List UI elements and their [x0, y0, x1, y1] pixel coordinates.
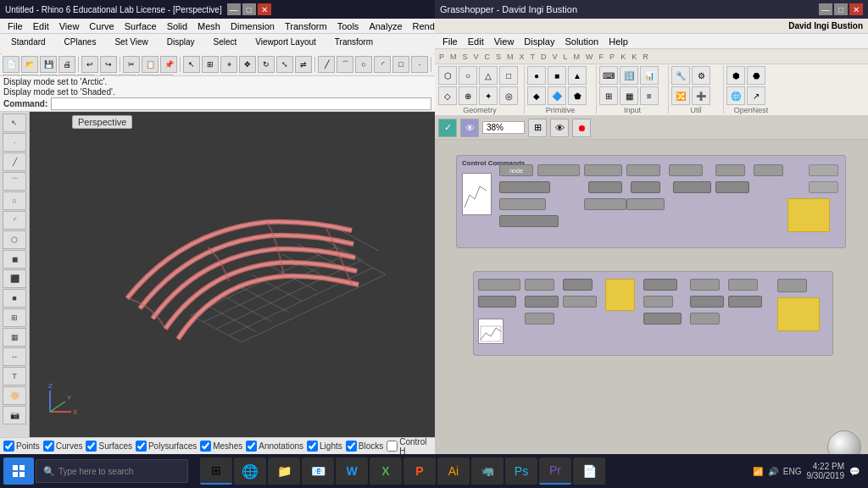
gh-btn-util3[interactable]: 🔀 [671, 86, 690, 105]
gh-zoom-input[interactable]: 38% [482, 121, 525, 134]
gh-btn-geo8[interactable]: ◎ [499, 86, 518, 105]
tb-window-select[interactable]: ⊞ [202, 56, 219, 73]
left-btn-poly[interactable]: ⬡ [3, 230, 26, 249]
gh-btn-inp5[interactable]: ▦ [620, 86, 638, 105]
viewport-perspective-label[interactable]: Perspective [72, 115, 132, 129]
tb-point[interactable]: · [411, 56, 428, 73]
taskbar-word[interactable]: W [336, 458, 368, 485]
gh-node1[interactable]: node [499, 164, 533, 176]
gh-btn-geo7[interactable]: ✦ [479, 86, 498, 105]
toolbar-tab-standard[interactable]: Standard [3, 36, 53, 48]
gh-btn-geo1[interactable]: ⬡ [438, 66, 457, 85]
gh-b-node11[interactable] [690, 279, 720, 291]
gh-chart-node[interactable] [462, 173, 492, 215]
viewport-3d[interactable]: Perspective [30, 112, 435, 437]
menu-tools[interactable]: Tools [333, 20, 364, 32]
taskbar-premiere[interactable]: Pr [539, 458, 571, 485]
rhino-maximize-button[interactable]: □ [242, 3, 256, 15]
gh-b-node5[interactable] [525, 313, 554, 324]
left-btn-arc[interactable]: ◜ [3, 211, 26, 230]
taskbar-task-view[interactable]: ⊞ [200, 458, 232, 485]
tb-print[interactable]: 🖨 [58, 56, 75, 73]
gh-b-node14[interactable] [728, 279, 758, 291]
start-button[interactable] [3, 458, 34, 485]
gh-node4[interactable] [499, 198, 546, 210]
menu-solid[interactable]: Solid [163, 20, 192, 32]
gh-b-node6[interactable] [563, 279, 593, 291]
gh-b-node10[interactable] [643, 313, 682, 324]
gh-btn-util1[interactable]: 🔧 [671, 66, 690, 85]
gh-chart-node-bottom[interactable] [478, 319, 504, 344]
tb-copy[interactable]: 📋 [142, 56, 159, 73]
gh-b-node13[interactable] [690, 313, 720, 324]
gh-node13[interactable] [673, 181, 711, 193]
taskbar-illustrator[interactable]: Ai [437, 458, 470, 485]
menu-file[interactable]: File [3, 20, 27, 32]
left-btn-curve[interactable]: ⌒ [3, 172, 26, 191]
gh-node11[interactable] [626, 198, 665, 210]
gh-btn-inp2[interactable]: 🔢 [620, 66, 638, 85]
gh-btn-on4[interactable]: ↗ [747, 86, 765, 105]
gh-node6[interactable] [584, 164, 622, 176]
gh-b-node2[interactable] [478, 296, 516, 308]
gh-node17[interactable] [809, 164, 838, 176]
check-controlh[interactable]: Control H [387, 437, 431, 454]
gh-yellow-node[interactable] [787, 198, 830, 232]
gh-b-node7[interactable] [563, 296, 597, 308]
gh-minimize-button[interactable]: — [819, 3, 832, 15]
gh-btn-prim1[interactable]: ● [527, 66, 546, 85]
left-btn-line[interactable]: ╱ [3, 152, 26, 171]
gh-btn-prim2[interactable]: ■ [548, 66, 566, 85]
tb-lasso[interactable]: ⌖ [220, 56, 237, 73]
gh-canvas-preview[interactable]: 👁 [460, 119, 479, 137]
menu-surface[interactable]: Surface [120, 20, 161, 32]
gh-canvas-active[interactable]: ✓ [438, 119, 457, 137]
left-btn-text[interactable]: T [3, 367, 26, 385]
notifications-icon[interactable]: 💬 [849, 467, 860, 476]
gh-btn-prim3[interactable]: ▲ [568, 66, 587, 85]
toolbar-tab-transform[interactable]: Transform [327, 36, 381, 48]
gh-node8[interactable] [584, 198, 626, 210]
gh-node2[interactable] [537, 164, 580, 176]
gh-menu-display[interactable]: Display [520, 36, 559, 47]
tb-select[interactable]: ↖ [183, 56, 200, 73]
gh-node18[interactable] [809, 181, 838, 193]
check-surfaces[interactable]: Surfaces [86, 441, 131, 452]
gh-node3[interactable] [499, 181, 550, 193]
gh-btn-on3[interactable]: 🌐 [726, 86, 745, 105]
gh-btn-prim4[interactable]: ◆ [527, 86, 546, 105]
tb-move[interactable]: ✥ [239, 56, 256, 73]
gh-btn-on2[interactable]: ⬣ [747, 66, 765, 85]
left-btn-point[interactable]: · [3, 133, 26, 152]
left-btn-solid[interactable]: ■ [3, 289, 26, 308]
gh-menu-edit[interactable]: Edit [464, 36, 488, 47]
gh-maximize-button[interactable]: □ [834, 3, 848, 15]
tb-circle[interactable]: ○ [355, 56, 372, 73]
gh-zoom-fit[interactable]: ⊞ [528, 119, 547, 137]
left-btn-extrude[interactable]: ⬛ [3, 269, 26, 288]
left-btn-surface[interactable]: ◼ [3, 250, 26, 269]
taskbar-mail[interactable]: 📧 [302, 458, 334, 485]
taskbar-search-box[interactable]: 🔍 Type here to search [36, 459, 188, 483]
taskbar-explorer[interactable]: 📁 [268, 458, 300, 485]
tb-scale[interactable]: ⤡ [276, 56, 293, 73]
gh-node5[interactable] [499, 215, 559, 227]
gh-btn-on1[interactable]: ⬢ [726, 66, 745, 85]
gh-btn-inp1[interactable]: ⌨ [599, 66, 618, 85]
gh-node14[interactable] [715, 164, 745, 176]
tb-mirror[interactable]: ⇌ [295, 56, 312, 73]
tb-rotate[interactable]: ↻ [258, 56, 275, 73]
tb-cut[interactable]: ✂ [123, 56, 140, 73]
toolbar-tab-display[interactable]: Display [159, 36, 203, 48]
left-btn-select[interactable]: ↖ [3, 114, 26, 132]
check-blocks[interactable]: Blocks [346, 441, 383, 452]
gh-menu-file[interactable]: File [438, 36, 462, 47]
gh-menu-solution[interactable]: Solution [560, 36, 603, 47]
gh-btn-geo2[interactable]: ○ [459, 66, 477, 85]
tb-undo[interactable]: ↩ [81, 56, 98, 73]
rhino-minimize-button[interactable]: — [227, 3, 241, 15]
tb-new[interactable]: 📄 [3, 56, 19, 73]
gh-b-node8[interactable] [643, 279, 677, 291]
tb-polyline[interactable]: ⌒ [337, 56, 353, 73]
tb-redo[interactable]: ↪ [100, 56, 117, 73]
